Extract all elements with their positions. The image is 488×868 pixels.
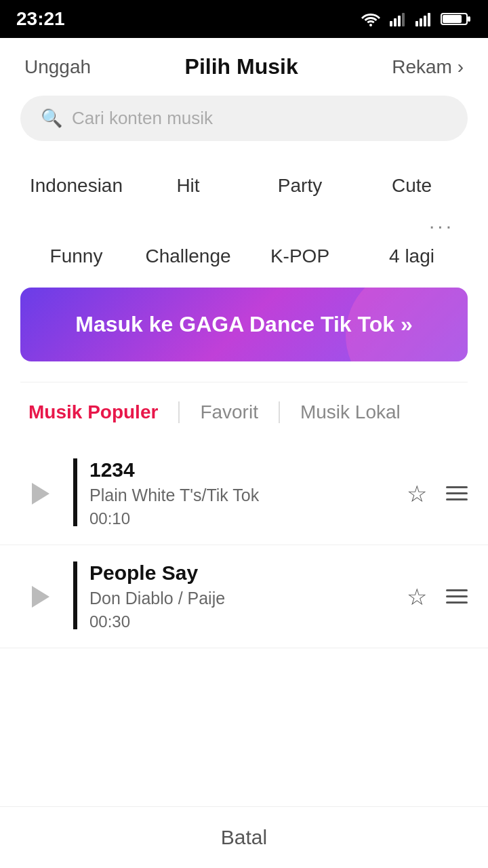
- music-tabs: Musik Populer Favorit Musik Lokal: [0, 382, 488, 442]
- menu-button-1[interactable]: [446, 486, 468, 500]
- record-button[interactable]: Rekam ›: [392, 56, 464, 78]
- svg-rect-3: [402, 13, 405, 26]
- svg-rect-6: [424, 16, 426, 26]
- favorite-button-2[interactable]: ☆: [407, 583, 427, 610]
- banner-text: Masuk ke GAGA Dance Tik Tok »: [75, 312, 412, 336]
- categories-section: Indonesian Hit Party Cute ... Funny Chal…: [0, 155, 488, 281]
- category-hit[interactable]: Hit: [132, 175, 244, 197]
- svg-rect-1: [394, 18, 396, 26]
- menu-line: [446, 589, 468, 591]
- wifi-icon: [361, 12, 381, 26]
- svg-rect-5: [420, 18, 422, 26]
- music-item-2: People Say Don Diablo / Paije 00:30 ☆: [0, 545, 488, 648]
- music-artist-1: Plain White T's/Tik Tok: [89, 486, 407, 505]
- category-row-1: Indonesian Hit Party Cute: [20, 168, 468, 210]
- svg-rect-2: [398, 16, 401, 26]
- header: Unggah Pilih Musik Rekam ›: [0, 38, 488, 96]
- category-party[interactable]: Party: [244, 175, 356, 197]
- menu-button-2[interactable]: [446, 589, 468, 604]
- status-icons: [361, 12, 472, 26]
- upload-button[interactable]: Unggah: [24, 56, 91, 78]
- menu-line: [446, 492, 468, 494]
- search-icon: 🔍: [41, 108, 62, 129]
- play-button-1[interactable]: [20, 473, 61, 514]
- music-list: 1234 Plain White T's/Tik Tok 00:10 ☆: [0, 442, 488, 648]
- music-title-2: People Say: [89, 561, 407, 585]
- svg-rect-7: [428, 13, 430, 26]
- banner-section: Masuk ke GAGA Dance Tik Tok »: [0, 281, 488, 382]
- signal-icon-2: [415, 12, 432, 26]
- play-triangle-icon-1: [32, 483, 49, 505]
- music-duration-2: 00:30: [89, 612, 407, 631]
- search-bar[interactable]: 🔍 Cari konten musik: [20, 96, 468, 141]
- menu-line: [446, 486, 468, 488]
- music-title-1: 1234: [89, 458, 407, 481]
- menu-line: [446, 601, 468, 604]
- status-time: 23:21: [16, 8, 65, 30]
- battery-icon: [441, 12, 472, 26]
- svg-rect-9: [468, 16, 470, 22]
- favorite-button-1[interactable]: ☆: [407, 480, 427, 507]
- tab-musik-populer[interactable]: Musik Populer: [20, 401, 166, 423]
- left-bar-1: [73, 458, 77, 526]
- status-bar: 23:21: [0, 0, 488, 38]
- svg-rect-10: [443, 15, 462, 23]
- bottom-bar: Batal: [0, 806, 488, 868]
- tab-divider-2: [279, 401, 280, 423]
- music-actions-1: ☆: [407, 480, 468, 507]
- more-dots[interactable]: ...: [20, 210, 468, 239]
- play-triangle-icon-2: [32, 586, 49, 608]
- music-artist-2: Don Diablo / Paije: [89, 589, 407, 608]
- search-section: 🔍 Cari konten musik: [0, 96, 488, 155]
- category-challenge[interactable]: Challenge: [132, 245, 244, 267]
- svg-rect-4: [415, 21, 418, 26]
- play-button-2[interactable]: [20, 576, 61, 617]
- gaga-banner[interactable]: Masuk ke GAGA Dance Tik Tok »: [20, 288, 468, 361]
- category-more[interactable]: 4 lagi: [356, 245, 468, 267]
- music-info-1: 1234 Plain White T's/Tik Tok 00:10: [89, 458, 407, 528]
- music-duration-1: 00:10: [89, 509, 407, 528]
- search-input[interactable]: Cari konten musik: [72, 108, 213, 129]
- left-bar-2: [73, 561, 77, 629]
- music-item-1: 1234 Plain White T's/Tik Tok 00:10 ☆: [0, 442, 488, 545]
- tab-favorit[interactable]: Favorit: [192, 401, 266, 423]
- music-info-2: People Say Don Diablo / Paije 00:30: [89, 561, 407, 631]
- category-funny[interactable]: Funny: [20, 245, 132, 267]
- menu-line: [446, 498, 468, 500]
- category-cute[interactable]: Cute: [356, 175, 468, 197]
- menu-line: [446, 595, 468, 597]
- category-kpop[interactable]: K-POP: [244, 245, 356, 267]
- tab-musik-lokal[interactable]: Musik Lokal: [292, 401, 409, 423]
- category-indonesian[interactable]: Indonesian: [20, 175, 132, 197]
- page-title: Pilih Musik: [185, 54, 298, 79]
- signal-icon-1: [389, 12, 407, 26]
- music-actions-2: ☆: [407, 583, 468, 610]
- svg-rect-0: [390, 21, 392, 26]
- tab-divider-1: [178, 401, 180, 423]
- cancel-button[interactable]: Batal: [221, 826, 267, 849]
- category-row-2: Funny Challenge K-POP 4 lagi: [20, 239, 468, 281]
